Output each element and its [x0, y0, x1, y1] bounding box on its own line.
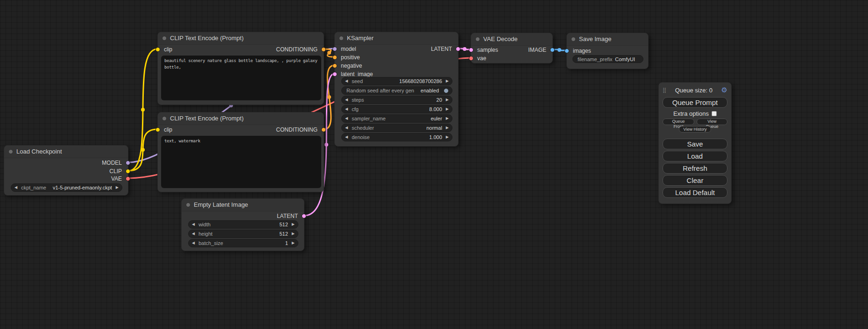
collapse-dot[interactable]: [475, 37, 480, 42]
view-queue-button[interactable]: View Queue: [697, 119, 727, 125]
increment-arrow-icon[interactable]: ▶: [292, 232, 295, 236]
latent-slot-dot[interactable]: [332, 72, 337, 77]
widget-ckpt-name[interactable]: ◀ ckpt_name v1-5-pruned-emaonly.ckpt ▶: [11, 183, 122, 192]
load-button[interactable]: Load: [663, 151, 727, 161]
widget-filename-prefix[interactable]: filename_prefix ComfyUI: [572, 55, 643, 63]
decrement-arrow-icon[interactable]: ◀: [345, 79, 348, 83]
collapse-dot[interactable]: [8, 149, 13, 154]
slot-label: positive: [341, 54, 360, 61]
input-slot-positive: positive: [335, 54, 458, 61]
load-default-button[interactable]: Load Default: [663, 187, 727, 198]
collapse-dot[interactable]: [162, 36, 167, 41]
decrement-arrow-icon[interactable]: ◀: [345, 107, 348, 111]
decrement-arrow-icon[interactable]: ◀: [345, 117, 348, 120]
node-title-bar[interactable]: CLIP Text Encode (Prompt): [158, 32, 324, 45]
drag-handle-icon[interactable]: ⣿: [663, 87, 666, 93]
collapse-dot[interactable]: [571, 37, 576, 42]
widget-batch-size[interactable]: ◀ batch_size 1 ▶: [188, 239, 298, 247]
collapse-dot[interactable]: [186, 203, 191, 207]
extra-options-checkbox[interactable]: [712, 111, 717, 116]
widget-width[interactable]: ◀ width 512 ▶: [188, 220, 298, 229]
increment-arrow-icon[interactable]: ▶: [446, 98, 449, 102]
view-history-button[interactable]: View History: [679, 126, 712, 133]
random-seed-toggle-dot[interactable]: [444, 88, 449, 93]
node-clip-text-encode-negative[interactable]: CLIP Text Encode (Prompt) clip CONDITION…: [157, 112, 324, 192]
node-vae-decode[interactable]: VAE Decode samples vae IMAGE: [471, 33, 553, 63]
increment-arrow-icon[interactable]: ▶: [292, 241, 295, 245]
increment-arrow-icon[interactable]: ▶: [292, 223, 295, 226]
increment-arrow-icon[interactable]: ▶: [446, 79, 449, 83]
increment-arrow-icon[interactable]: ▶: [446, 107, 449, 111]
widget-random-seed[interactable]: Random seed after every gen enabled: [341, 86, 452, 95]
slot-label: vae: [477, 55, 486, 62]
refresh-button[interactable]: Refresh: [663, 163, 727, 174]
slot-label: VAE: [111, 175, 122, 182]
decrement-arrow-icon[interactable]: ◀: [192, 232, 195, 236]
node-title: KSampler: [347, 35, 374, 42]
conditioning-slot-dot[interactable]: [332, 55, 337, 60]
image-slot-dot[interactable]: [550, 48, 555, 52]
wire-clip-to-negative: [128, 129, 157, 171]
decrement-arrow-icon[interactable]: ◀: [345, 98, 348, 102]
queue-prompt-button[interactable]: Queue Prompt: [663, 97, 727, 108]
decrement-arrow-icon[interactable]: ◀: [192, 223, 195, 226]
conditioning-slot-dot[interactable]: [321, 127, 326, 132]
output-slot-vae: VAE: [4, 175, 128, 182]
node-load-checkpoint[interactable]: Load Checkpoint MODEL CLIP VAE ◀ ckpt_na…: [4, 145, 128, 196]
widget-steps[interactable]: ◀ steps 20 ▶: [341, 96, 452, 104]
conditioning-slot-dot[interactable]: [321, 47, 326, 52]
vae-slot-dot[interactable]: [126, 176, 130, 181]
node-title-bar[interactable]: Save Image: [567, 33, 648, 46]
node-title-bar[interactable]: Empty Latent Image: [182, 199, 304, 211]
settings-gear-icon[interactable]: ⚙: [721, 86, 727, 94]
decrement-arrow-icon[interactable]: ◀: [192, 241, 195, 245]
slot-label: negative: [341, 63, 362, 69]
decrement-arrow-icon[interactable]: ◀: [14, 186, 17, 189]
increment-arrow-icon[interactable]: ▶: [116, 186, 119, 189]
queue-front-button[interactable]: Queue Front: [663, 119, 694, 125]
node-title: VAE Decode: [483, 35, 517, 42]
latent-slot-dot[interactable]: [456, 47, 460, 51]
wire-clip-to-positive: [128, 49, 157, 171]
wire-midpoint-dot: [141, 148, 145, 152]
increment-arrow-icon[interactable]: ▶: [446, 135, 449, 139]
widget-height[interactable]: ◀ height 512 ▶: [188, 230, 298, 238]
increment-arrow-icon[interactable]: ▶: [446, 117, 449, 120]
node-clip-text-encode-positive[interactable]: CLIP Text Encode (Prompt) clip CONDITION…: [157, 32, 324, 105]
clip-slot-dot[interactable]: [126, 169, 130, 174]
node-title-bar[interactable]: VAE Decode: [471, 33, 552, 46]
input-slot-negative: negative: [335, 63, 458, 69]
decrement-arrow-icon[interactable]: ◀: [345, 126, 348, 130]
node-empty-latent-image[interactable]: Empty Latent Image LATENT ◀ width 512 ▶ …: [181, 198, 304, 251]
image-slot-dot[interactable]: [565, 49, 569, 53]
decrement-arrow-icon[interactable]: ◀: [345, 135, 348, 139]
vae-slot-dot[interactable]: [469, 56, 473, 61]
widget-cfg[interactable]: ◀ cfg 8.000 ▶: [341, 105, 452, 113]
node-title-bar[interactable]: CLIP Text Encode (Prompt): [158, 112, 324, 125]
node-title-bar[interactable]: KSampler: [335, 32, 458, 45]
positive-prompt-textarea[interactable]: beautiful scenery nature glass bottle la…: [161, 56, 321, 100]
widget-scheduler[interactable]: ◀ scheduler normal ▶: [341, 124, 452, 132]
clear-button[interactable]: Clear: [663, 175, 727, 186]
node-title: CLIP Text Encode (Prompt): [170, 35, 244, 42]
node-save-image[interactable]: Save Image images filename_prefix ComfyU…: [566, 33, 649, 69]
slot-label: latent_image: [341, 71, 373, 77]
slot-label: CONDITIONING: [276, 126, 318, 133]
slot-label: CONDITIONING: [276, 46, 318, 53]
latent-slot-dot[interactable]: [302, 214, 306, 218]
model-slot-dot[interactable]: [126, 161, 130, 165]
conditioning-slot-dot[interactable]: [332, 63, 337, 68]
node-graph-canvas[interactable]: Load Checkpoint MODEL CLIP VAE ◀ ckpt_na…: [0, 0, 868, 329]
widget-denoise[interactable]: ◀ denoise 1.000 ▶: [341, 133, 452, 141]
collapse-dot[interactable]: [162, 116, 167, 121]
node-title-bar[interactable]: Load Checkpoint: [4, 146, 128, 158]
widget-sampler-name[interactable]: ◀ sampler_name euler ▶: [341, 114, 452, 123]
negative-prompt-textarea[interactable]: text, watermark: [161, 136, 321, 188]
collapse-dot[interactable]: [339, 36, 344, 41]
queue-menu-panel: ⣿ Queue size: 0 ⚙ Queue Prompt Extra opt…: [658, 82, 732, 204]
node-ksampler[interactable]: KSampler model positive negative latent_…: [334, 32, 459, 147]
widget-seed[interactable]: ◀ seed 156680208700286 ▶: [341, 77, 452, 85]
save-button[interactable]: Save: [663, 139, 727, 149]
increment-arrow-icon[interactable]: ▶: [446, 126, 449, 130]
slot-label: CLIP: [109, 168, 122, 175]
